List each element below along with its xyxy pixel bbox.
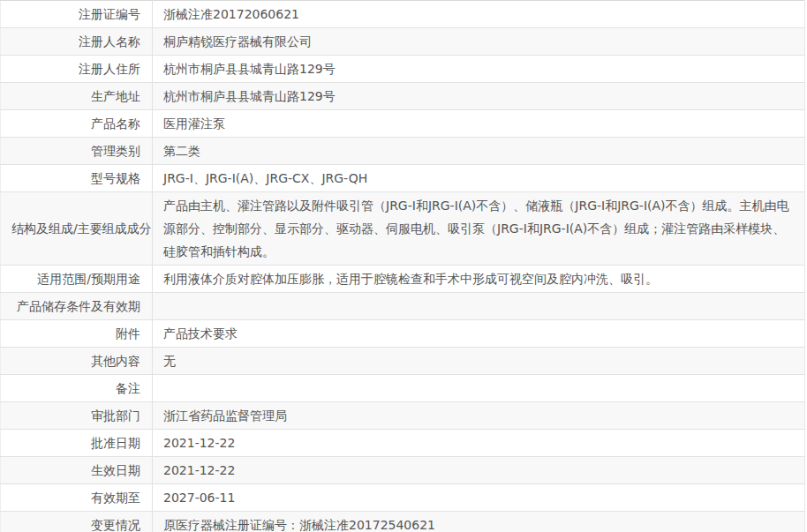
row-value: 医用灌注泵: [163, 116, 225, 131]
row-label-cell: 注册人名称: [1, 28, 153, 56]
row-label-cell: 注册证编号: [1, 1, 153, 28]
row-value-cell: 医用灌注泵: [153, 110, 805, 138]
row-label: 附件: [116, 326, 140, 341]
row-value-cell: 利用液体介质对腔体加压膨胀，适用于腔镜检查和手术中形成可视空间及腔内冲洗、吸引。: [153, 266, 805, 293]
table-row: 审批部门 浙江省药品监督管理局: [1, 402, 805, 430]
row-label-cell: 生产地址: [1, 83, 153, 110]
table-row: 注册人名称 桐庐精锐医疗器械有限公司: [1, 28, 805, 56]
row-label-cell: 变更情况: [1, 512, 153, 532]
row-value: 2021-12-22: [163, 436, 235, 450]
row-value: 第二类: [163, 144, 200, 158]
table-row: 适用范围/预期用途 利用液体介质对腔体加压膨胀，适用于腔镜检查和手术中形成可视空…: [1, 266, 805, 293]
row-label: 备注: [116, 381, 140, 395]
table-row: 生产地址 杭州市桐庐县县城青山路129号: [1, 83, 805, 110]
table-row: 管理类别 第二类: [1, 138, 805, 165]
row-value-cell: 第二类: [153, 138, 805, 165]
row-value: 2021-12-22: [163, 463, 235, 477]
row-label-cell: 结构及组成/主要组成成分: [1, 192, 153, 266]
row-label: 管理类别: [91, 144, 140, 158]
row-value: 2027-06-11: [163, 491, 235, 505]
row-value: 浙械注准20172060621: [163, 7, 299, 21]
row-label-cell: 产品名称: [1, 110, 153, 138]
row-value-cell: 产品技术要求: [153, 320, 805, 348]
row-label-cell: 有效期至: [1, 484, 153, 512]
row-value: 杭州市桐庐县县城青山路129号: [163, 89, 336, 103]
row-value: 杭州市桐庐县县城青山路129号: [163, 62, 336, 76]
row-label: 生效日期: [91, 463, 140, 477]
row-label-cell: 适用范围/预期用途: [1, 266, 153, 293]
row-label-cell: 其他内容: [1, 348, 153, 375]
table-row: 备注: [1, 375, 805, 402]
row-label: 结构及组成/主要组成成分: [11, 221, 152, 236]
table-row: 附件 产品技术要求: [1, 320, 805, 348]
table-row: 产品储存条件及有效期: [1, 293, 805, 320]
row-value-cell: 2021-12-22: [153, 457, 805, 484]
row-label: 型号规格: [91, 171, 140, 185]
row-label-cell: 管理类别: [1, 138, 153, 165]
row-value-cell: [153, 375, 805, 402]
row-label-cell: 附件: [1, 320, 153, 348]
row-value-cell: 浙江省药品监督管理局: [153, 402, 805, 430]
table-row: 结构及组成/主要组成成分 产品由主机、灌注管路以及附件吸引管（JRG-I和JRG…: [1, 192, 805, 266]
row-value-cell: 杭州市桐庐县县城青山路129号: [153, 83, 805, 110]
row-value-cell: 桐庐精锐医疗器械有限公司: [153, 28, 805, 56]
row-label-cell: 生效日期: [1, 457, 153, 484]
row-value-cell: 浙械注准20172060621: [153, 1, 805, 28]
table-row: 有效期至 2027-06-11: [1, 484, 805, 512]
row-value-cell: JRG-I、JRG-I(A)、JRG-CX、JRG-QH: [153, 165, 805, 192]
row-label: 注册人住所: [79, 62, 140, 76]
row-value: 无: [163, 354, 176, 368]
row-label-cell: 批准日期: [1, 430, 153, 457]
row-label: 注册人名称: [79, 34, 140, 49]
row-value: 浙江省药品监督管理局: [163, 408, 287, 423]
row-value: 产品技术要求: [163, 326, 238, 341]
row-label-cell: 备注: [1, 375, 153, 402]
row-value-cell: [153, 293, 805, 320]
row-value-cell: 产品由主机、灌注管路以及附件吸引管（JRG-I和JRG-I(A)不含）、储液瓶（…: [153, 192, 805, 266]
table-row: 变更情况 原医疗器械注册证编号：浙械注准20172540621: [1, 512, 805, 532]
row-value: 产品由主机、灌注管路以及附件吸引管（JRG-I和JRG-I(A)不含）、储液瓶（…: [163, 199, 789, 259]
table-row: 注册证编号 浙械注准20172060621: [1, 1, 805, 28]
row-value: 利用液体介质对腔体加压膨胀，适用于腔镜检查和手术中形成可视空间及腔内冲洗、吸引。: [163, 272, 658, 286]
row-label: 批准日期: [91, 436, 140, 450]
row-label-cell: 产品储存条件及有效期: [1, 293, 153, 320]
row-label: 有效期至: [91, 491, 140, 505]
table-row: 其他内容 无: [1, 348, 805, 375]
table-row: 生效日期 2021-12-22: [1, 457, 805, 484]
row-label: 审批部门: [91, 408, 140, 423]
table-row: 型号规格 JRG-I、JRG-I(A)、JRG-CX、JRG-QH: [1, 165, 805, 192]
registration-table-body: 注册证编号 浙械注准20172060621 注册人名称 桐庐精锐医疗器械有限公司…: [1, 1, 805, 532]
row-value-cell: 无: [153, 348, 805, 375]
row-label: 适用范围/预期用途: [37, 272, 140, 286]
row-label: 其他内容: [91, 354, 140, 368]
row-label-cell: 型号规格: [1, 165, 153, 192]
row-label: 注册证编号: [79, 7, 140, 21]
row-value: 原医疗器械注册证编号：浙械注准20172540621: [163, 518, 435, 532]
row-value-cell: 杭州市桐庐县县城青山路129号: [153, 56, 805, 83]
table-row: 产品名称 医用灌注泵: [1, 110, 805, 138]
table-row: 批准日期 2021-12-22: [1, 430, 805, 457]
row-label: 变更情况: [91, 518, 140, 532]
registration-info-table: 注册证编号 浙械注准20172060621 注册人名称 桐庐精锐医疗器械有限公司…: [0, 0, 805, 532]
row-label: 产品储存条件及有效期: [17, 299, 140, 313]
row-value-cell: 2021-12-22: [153, 430, 805, 457]
row-label: 生产地址: [91, 89, 140, 103]
row-label-cell: 审批部门: [1, 402, 153, 430]
row-value-cell: 2027-06-11: [153, 484, 805, 512]
row-value: JRG-I、JRG-I(A)、JRG-CX、JRG-QH: [163, 171, 367, 185]
row-label-cell: 注册人住所: [1, 56, 153, 83]
row-value: 桐庐精锐医疗器械有限公司: [163, 34, 312, 49]
table-row: 注册人住所 杭州市桐庐县县城青山路129号: [1, 56, 805, 83]
row-label: 产品名称: [91, 116, 140, 131]
row-value-cell: 原医疗器械注册证编号：浙械注准20172540621: [153, 512, 805, 532]
